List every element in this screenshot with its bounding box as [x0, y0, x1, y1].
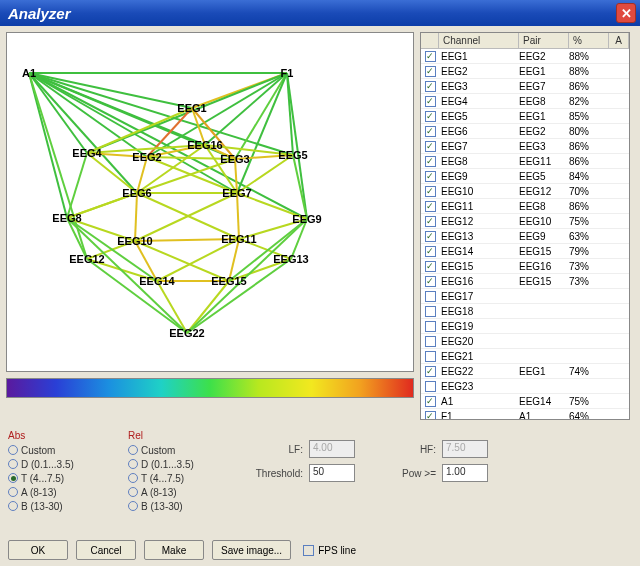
table-row[interactable]: EEG19 [421, 319, 629, 334]
save-image-button[interactable]: Save image... [212, 540, 291, 560]
row-percent: 64% [569, 411, 609, 420]
row-checkbox[interactable]: ✓ [425, 66, 436, 77]
graph-edge [67, 218, 157, 281]
graph-edge [87, 259, 187, 333]
row-percent: 86% [569, 201, 609, 212]
table-row[interactable]: EEG23 [421, 379, 629, 394]
row-checkbox[interactable]: ✓ [425, 366, 436, 377]
table-row[interactable]: ✓EEG10EEG1270% [421, 184, 629, 199]
row-checkbox[interactable]: ✓ [425, 96, 436, 107]
table-row[interactable]: ✓F1A164% [421, 409, 629, 419]
row-channel: EEG6 [439, 126, 519, 137]
abs-header: Abs [8, 430, 98, 441]
hf-label: HF: [381, 444, 436, 455]
row-checkbox[interactable] [425, 381, 436, 392]
row-checkbox[interactable] [425, 336, 436, 347]
row-checkbox[interactable]: ✓ [425, 81, 436, 92]
row-checkbox[interactable] [425, 306, 436, 317]
row-percent: 63% [569, 231, 609, 242]
threshold-input[interactable]: 50 [309, 464, 355, 482]
radio-option[interactable]: A (8-13) [128, 485, 218, 499]
table-row[interactable]: ✓EEG9EEG584% [421, 169, 629, 184]
row-percent: 82% [569, 96, 609, 107]
table-row[interactable]: ✓A1EEG1475% [421, 394, 629, 409]
power-input[interactable]: 1.00 [442, 464, 488, 482]
row-checkbox[interactable]: ✓ [425, 276, 436, 287]
graph-edge [67, 193, 137, 218]
row-checkbox[interactable] [425, 321, 436, 332]
table-row[interactable]: ✓EEG2EEG188% [421, 64, 629, 79]
graph-edge [147, 73, 287, 157]
col-channel[interactable]: Channel [439, 33, 519, 48]
table-row[interactable]: ✓EEG14EEG1579% [421, 244, 629, 259]
row-checkbox[interactable]: ✓ [425, 396, 436, 407]
row-checkbox[interactable]: ✓ [425, 216, 436, 227]
row-checkbox[interactable]: ✓ [425, 411, 436, 420]
row-checkbox[interactable]: ✓ [425, 246, 436, 257]
close-button[interactable]: ✕ [616, 3, 636, 23]
radio-option[interactable]: B (13-30) [8, 499, 98, 513]
table-row[interactable]: ✓EEG1EEG288% [421, 49, 629, 64]
row-checkbox[interactable] [425, 291, 436, 302]
row-checkbox[interactable]: ✓ [425, 126, 436, 137]
row-checkbox[interactable]: ✓ [425, 186, 436, 197]
table-row[interactable]: ✓EEG15EEG1673% [421, 259, 629, 274]
ok-button[interactable]: OK [8, 540, 68, 560]
table-row[interactable]: ✓EEG11EEG886% [421, 199, 629, 214]
connectivity-graph: A1F1EEG1EEG4EEG2EEG16EEG3EEG5EEG6EEG7EEG… [6, 32, 414, 372]
row-checkbox[interactable]: ✓ [425, 231, 436, 242]
radio-option[interactable]: Custom [128, 443, 218, 457]
row-checkbox[interactable]: ✓ [425, 51, 436, 62]
make-button[interactable]: Make [144, 540, 204, 560]
row-checkbox[interactable]: ✓ [425, 171, 436, 182]
row-checkbox[interactable]: ✓ [425, 141, 436, 152]
channel-table: Channel Pair % A ✓EEG1EEG288%✓EEG2EEG188… [420, 32, 630, 420]
table-row[interactable]: ✓EEG22EEG174% [421, 364, 629, 379]
radio-option[interactable]: A (8-13) [8, 485, 98, 499]
table-row[interactable]: EEG21 [421, 349, 629, 364]
cancel-button[interactable]: Cancel [76, 540, 136, 560]
radio-option[interactable]: Custom [8, 443, 98, 457]
table-row[interactable]: ✓EEG16EEG1573% [421, 274, 629, 289]
row-channel: EEG18 [439, 306, 519, 317]
table-row[interactable]: ✓EEG5EEG185% [421, 109, 629, 124]
table-row[interactable]: EEG17 [421, 289, 629, 304]
row-percent: 75% [569, 216, 609, 227]
color-scale-bar [6, 378, 414, 398]
row-checkbox[interactable]: ✓ [425, 111, 436, 122]
lf-input[interactable]: 4.00 [309, 440, 355, 458]
table-row[interactable]: ✓EEG13EEG963% [421, 229, 629, 244]
row-checkbox[interactable]: ✓ [425, 201, 436, 212]
row-checkbox[interactable]: ✓ [425, 261, 436, 272]
table-row[interactable]: ✓EEG3EEG786% [421, 79, 629, 94]
table-row[interactable]: ✓EEG8EEG1186% [421, 154, 629, 169]
row-channel: EEG20 [439, 336, 519, 347]
col-a[interactable]: A [609, 33, 629, 48]
radio-option[interactable]: B (13-30) [128, 499, 218, 513]
row-percent: 85% [569, 111, 609, 122]
col-percent[interactable]: % [569, 33, 609, 48]
row-percent: 73% [569, 276, 609, 287]
hf-input[interactable]: 7.50 [442, 440, 488, 458]
table-row[interactable]: ✓EEG6EEG280% [421, 124, 629, 139]
radio-option[interactable]: T (4...7.5) [8, 471, 98, 485]
table-row[interactable]: ✓EEG12EEG1075% [421, 214, 629, 229]
row-checkbox[interactable]: ✓ [425, 156, 436, 167]
col-pair[interactable]: Pair [519, 33, 569, 48]
table-row[interactable]: EEG20 [421, 334, 629, 349]
radio-option[interactable]: T (4...7.5) [128, 471, 218, 485]
row-channel: EEG19 [439, 321, 519, 332]
row-channel: EEG14 [439, 246, 519, 257]
row-channel: EEG11 [439, 201, 519, 212]
row-channel: EEG4 [439, 96, 519, 107]
table-row[interactable]: ✓EEG7EEG386% [421, 139, 629, 154]
radio-option[interactable]: D (0.1...3.5) [8, 457, 98, 471]
radio-label: A (8-13) [141, 487, 177, 498]
row-checkbox[interactable] [425, 351, 436, 362]
table-row[interactable]: EEG18 [421, 304, 629, 319]
radio-option[interactable]: D (0.1...3.5) [128, 457, 218, 471]
radio-label: Custom [21, 445, 55, 456]
fps-checkbox[interactable] [303, 545, 314, 556]
row-pair: A1 [519, 411, 569, 420]
table-row[interactable]: ✓EEG4EEG882% [421, 94, 629, 109]
